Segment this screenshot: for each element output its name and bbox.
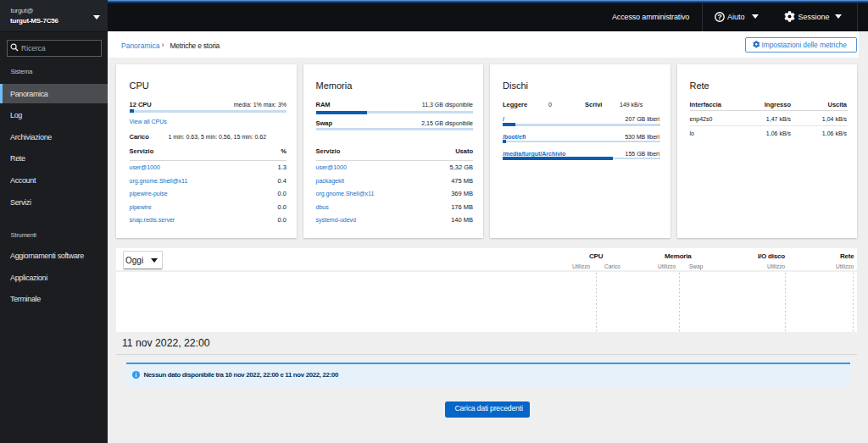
svg-text:?: ?	[717, 13, 722, 21]
